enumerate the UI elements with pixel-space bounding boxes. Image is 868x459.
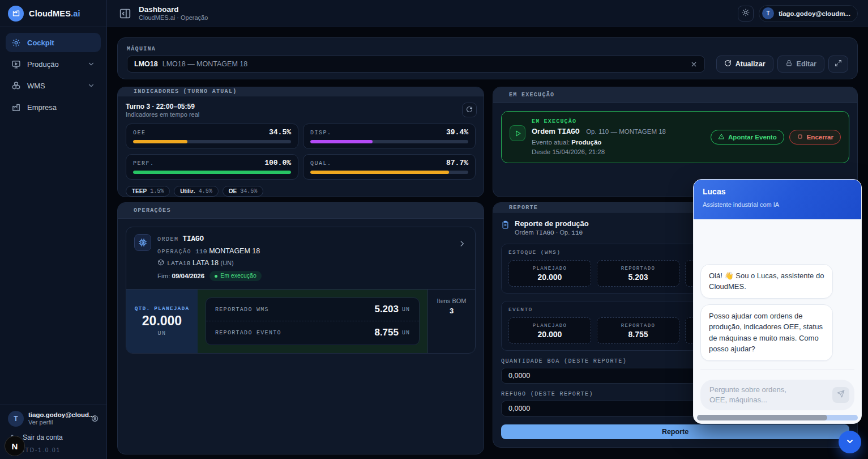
brand-logo[interactable]: CloudMES.ai (0, 0, 106, 27)
sidebar-item-label: Produção (27, 60, 59, 69)
progress-fill (133, 171, 291, 174)
user-email: tiago.godoy@cloud... (28, 411, 87, 419)
item-code: LATA18 (167, 260, 190, 267)
indicators-refresh-button[interactable] (462, 103, 477, 117)
assistant-message: Posso ajudar com ordens de produção, ind… (700, 304, 833, 361)
order-card[interactable]: ORDEM TIAGO OPERAÇÃO 110 MONTAGEM 18 LAT… (126, 227, 476, 354)
order-lines: ORDEM TIAGO OPERAÇÃO 110 MONTAGEM 18 LAT… (157, 233, 262, 282)
refresh-button[interactable]: Atualizar (716, 56, 773, 73)
play-icon (510, 125, 525, 141)
chevron-down-icon (87, 82, 95, 90)
theme-toggle-button[interactable] (738, 6, 754, 22)
quantity-strip: QTD. PLANEJADA 20.000 UN REPORTADO WMS (126, 289, 475, 353)
progress-track (133, 140, 291, 143)
assistant-message: Olá! 👋 Sou o Lucas, assistente do CloudM… (700, 264, 833, 299)
sidebar-user-profile[interactable]: T tiago.godoy@cloud... Ver perfil (7, 410, 100, 431)
report-subtitle: Ordem TIAGO · Op. 110 (515, 229, 589, 236)
planned-qty-block: QTD. PLANEJADA 20.000 UN (126, 290, 198, 353)
stat-planned: PLANEJADO20.000 (508, 317, 591, 344)
page-title: Dashboard (139, 5, 208, 14)
chat-placeholder: Pergunte sobre ordens, OEE, máquinas... (709, 385, 828, 405)
order-code: TIAGO (558, 128, 580, 136)
metric-qual: QUAL.87.7% (303, 154, 476, 180)
send-button[interactable] (832, 387, 849, 403)
cpu-chip-icon (134, 234, 151, 251)
machine-label: MÁQUINA (127, 46, 848, 52)
avatar: T (762, 7, 774, 19)
planned-qty-value: 20.000 (142, 313, 182, 329)
operation-code: 110 (195, 248, 207, 255)
execution-panel-title: EM EXECUÇÃO (493, 87, 857, 103)
stat-reported: REPORTADO8.755 (597, 317, 679, 344)
progress-fill (310, 140, 373, 143)
sidebar-item-wms[interactable]: WMS (6, 76, 101, 95)
gear-icon (11, 38, 21, 48)
chat-input[interactable]: Pergunte sobre ordens, OEE, máquinas... (700, 380, 854, 410)
progress-fill (310, 171, 449, 174)
chevron-right-icon[interactable] (458, 240, 466, 248)
user-menu-label: tiago.godoy@cloudm... (779, 10, 850, 17)
stop-order-button[interactable]: Encerrar (789, 130, 841, 144)
metric-oee: OEE34.5% (126, 124, 298, 149)
clipboard-icon (501, 220, 510, 229)
metric-perf: PERF.100.0% (126, 154, 298, 180)
chat-horizontal-scrollbar[interactable] (697, 415, 858, 420)
edit-button[interactable]: Editar (777, 56, 824, 73)
sun-icon (742, 8, 750, 18)
chevron-down-icon (87, 60, 95, 68)
view-profile-label: Ver perfil (28, 419, 87, 427)
stat-planned: PLANEJADO20.000 (508, 260, 591, 287)
metric-disp: DISP.39.4% (303, 124, 476, 149)
boxes-icon (11, 81, 21, 91)
operations-body: ORDEM TIAGO OPERAÇÃO 110 MONTAGEM 18 LAT… (118, 219, 484, 454)
machine-select-input[interactable]: LMO18 LMO18 — MONTAGEM 18 (127, 56, 705, 73)
clear-machine-icon[interactable] (690, 61, 698, 68)
order-summary: ORDEM TIAGO OPERAÇÃO 110 MONTAGEM 18 LAT… (126, 227, 475, 289)
chevron-down-icon (845, 437, 854, 448)
operation-text: Op. 110 — MONTAGEM 18 (586, 128, 666, 135)
chat-input-row: Pergunte sobre ordens, OEE, máquinas... (694, 374, 861, 414)
progress-track (133, 171, 291, 174)
sidebar-item-label: Empresa (27, 103, 57, 112)
point-event-button[interactable]: Apontar Evento (711, 130, 784, 144)
sidebar-item-cockpit[interactable]: Cockpit (6, 33, 101, 52)
chat-widget: Lucas Assistente industrial com IA Olá! … (693, 179, 862, 424)
expand-button[interactable] (828, 56, 848, 73)
topbar-actions: T tiago.godoy@cloudm... (738, 5, 858, 22)
chat-messages: Olá! 👋 Sou o Lucas, assistente do CloudM… (694, 219, 861, 374)
chip-oe: OE34.5% (223, 186, 263, 197)
sidebar-item-producao[interactable]: Produção (6, 54, 101, 74)
item-unit: (UN) (220, 260, 233, 266)
sidebar-collapse-icon[interactable] (119, 7, 131, 20)
refresh-icon (724, 60, 732, 69)
machine-row: LMO18 LMO18 — MONTAGEM 18 Atualizar (127, 56, 848, 73)
order-code: TIAGO (182, 235, 204, 243)
metric-grid: OEE34.5% DISP.39.4% PERF.100.0% (126, 124, 476, 180)
progress-track (310, 140, 468, 143)
user-meta: tiago.godoy@cloud... Ver perfil (28, 411, 87, 427)
status-badge: Em execução (209, 271, 262, 281)
stat-reported: REPORTADO5.203 (597, 260, 679, 287)
dev-tools-badge[interactable]: N (5, 436, 25, 456)
running-order-info: EM EXECUÇÃO Ordem TIAGO Op. 110 — MONTAG… (532, 117, 666, 157)
user-menu-button[interactable]: T tiago.godoy@cloudm... (759, 5, 858, 22)
brand-name: CloudMES.ai (29, 8, 80, 19)
scrollbar-thumb[interactable] (697, 415, 827, 420)
reported-block: REPORTADO WMS 5.203 UN REPORTADO EVENTO … (198, 290, 427, 353)
execution-actions: Apontar Evento Encerrar (711, 130, 841, 144)
sidebar-item-empresa[interactable]: Empresa (6, 97, 101, 117)
alert-triangle-icon (718, 133, 725, 141)
operation-name: MONTAGEM 18 (209, 247, 260, 255)
shift-title: Turno 3 · 22:00–05:59 (126, 103, 476, 110)
sidebar-nav: Cockpit Produção WMS (0, 27, 106, 122)
sidebar: CloudMES.ai Cockpit Produção (0, 0, 107, 459)
page-heading: Dashboard CloudMES.ai · Operação (139, 5, 208, 22)
machine-name: LMO18 — MONTAGEM 18 (163, 60, 248, 68)
current-event: Produção (571, 139, 601, 146)
chat-minimize-fab[interactable] (839, 431, 861, 453)
since-timestamp: Desde 15/04/2026, 21:28 (532, 147, 666, 157)
submit-report-button[interactable]: Reporte (501, 424, 849, 439)
indicators-panel: INDICADORES (TURNO ATUAL) Turno 3 · 22:0… (117, 87, 484, 197)
reported-wms-row: REPORTADO WMS 5.203 UN (206, 298, 419, 321)
breadcrumb: CloudMES.ai · Operação (139, 14, 208, 22)
